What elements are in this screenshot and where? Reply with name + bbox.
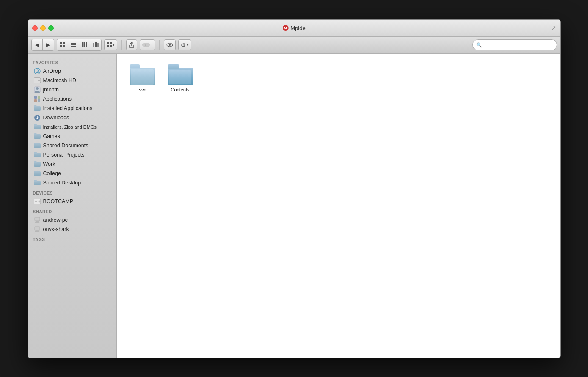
shared-label: SHARED — [28, 206, 116, 215]
column-view-button[interactable] — [79, 39, 90, 50]
folder-icon-svn — [130, 64, 155, 85]
sidebar-item-label: andrew-pc — [43, 217, 68, 223]
sidebar-item-college[interactable]: College — [29, 169, 116, 178]
sidebar-item-personal-projects[interactable]: Personal Projects — [29, 150, 116, 160]
svg-rect-38 — [35, 217, 40, 221]
svg-rect-31 — [38, 99, 40, 102]
svg-rect-5 — [71, 44, 76, 45]
svg-rect-11 — [95, 42, 97, 47]
sidebar-item-label: Installers, Zips and DMGs — [43, 124, 97, 129]
svg-rect-28 — [34, 96, 37, 99]
minimize-button[interactable] — [40, 25, 46, 31]
close-button[interactable] — [32, 25, 38, 31]
user-icon — [34, 86, 41, 93]
devices-label: DEVICES — [28, 187, 116, 197]
drive-icon — [34, 198, 41, 205]
svg-rect-42 — [36, 230, 39, 231]
maximize-button[interactable] — [48, 25, 54, 31]
sidebar-item-label: AirDrop — [43, 68, 61, 74]
sidebar-item-installers[interactable]: Installers, Zips and DMGs — [29, 122, 116, 132]
sidebar-item-label: Games — [43, 133, 60, 139]
favorites-label: FAVORITES — [28, 57, 116, 66]
sidebar-item-label: onyx-shark — [43, 226, 69, 232]
sidebar-item-shared-documents[interactable]: Shared Documents — [29, 141, 116, 150]
app-icon: M — [282, 25, 288, 31]
svg-rect-0 — [60, 42, 62, 44]
list-view-button[interactable] — [68, 39, 79, 50]
svg-rect-7 — [82, 42, 83, 47]
finder-window: M Mpide ⤢ ◀ ▶ — [28, 19, 561, 358]
file-label-svn: .svn — [138, 87, 146, 92]
window-title: M Mpide — [282, 25, 305, 31]
icon-view-button[interactable] — [57, 39, 68, 50]
eye-button[interactable] — [164, 39, 176, 50]
sidebar-item-games[interactable]: Games — [29, 132, 116, 141]
svg-rect-40 — [35, 222, 39, 223]
svg-rect-41 — [35, 227, 40, 230]
svg-rect-3 — [63, 45, 65, 47]
svg-rect-18 — [145, 44, 149, 46]
sidebar-item-label: Installed Applications — [43, 105, 93, 111]
folder-icon — [34, 179, 41, 186]
svg-rect-6 — [71, 46, 76, 47]
search-box[interactable]: 🔍 — [472, 39, 557, 50]
title-bar: M Mpide ⤢ — [28, 20, 560, 37]
back-button[interactable]: ◀ — [32, 39, 43, 50]
sidebar-item-jmonth[interactable]: jmonth — [29, 85, 116, 94]
svg-point-27 — [36, 87, 39, 90]
folder-icon — [34, 133, 41, 140]
folder-icon — [34, 105, 41, 112]
svg-rect-36 — [35, 201, 38, 201]
sidebar-item-macintosh-hd[interactable]: Macintosh HD — [29, 76, 116, 85]
file-item-svn[interactable]: .svn — [125, 62, 159, 94]
folder-icon — [34, 170, 41, 177]
file-label-contents: Contents — [171, 87, 189, 92]
sidebar-item-airdrop[interactable]: AirDrop — [29, 66, 116, 76]
sidebar-item-downloads[interactable]: Downloads — [29, 113, 116, 122]
toolbar-separator-1 — [121, 40, 122, 50]
sidebar-item-label: Personal Projects — [43, 152, 85, 158]
svg-rect-9 — [86, 42, 87, 47]
svg-rect-37 — [35, 201, 37, 202]
coverflow-view-button[interactable] — [90, 39, 101, 50]
sidebar-item-shared-desktop[interactable]: Shared Desktop — [29, 178, 116, 187]
tag-button[interactable] — [140, 39, 155, 50]
svg-rect-14 — [110, 42, 112, 44]
sidebar-item-label: Macintosh HD — [43, 77, 77, 83]
folder-icon-contents — [168, 64, 193, 85]
svg-rect-4 — [71, 43, 76, 44]
forward-button[interactable]: ▶ — [43, 39, 54, 50]
sidebar-item-bootcamp[interactable]: BOOTCAMP — [29, 197, 116, 206]
sidebar-item-work[interactable]: Work — [29, 160, 116, 169]
network-icon — [34, 226, 41, 233]
svg-point-25 — [38, 80, 40, 81]
resize-button[interactable]: ⤢ — [551, 24, 556, 32]
downloads-icon — [34, 114, 41, 121]
svg-rect-15 — [107, 45, 109, 47]
grid-view-button[interactable]: ▾ — [104, 39, 117, 50]
sidebar-item-applications[interactable]: Applications — [29, 94, 116, 104]
nav-buttons: ◀ ▶ — [31, 39, 54, 51]
action-button[interactable]: ⚙ ▾ — [178, 39, 191, 50]
svg-rect-39 — [36, 221, 39, 222]
tags-label: TAGS — [28, 234, 116, 243]
toolbar: ◀ ▶ — [28, 37, 560, 54]
svg-rect-30 — [34, 99, 37, 102]
sidebar-item-label: BOOTCAMP — [43, 198, 74, 204]
sidebar-item-andrew-pc[interactable]: andrew-pc — [29, 215, 116, 225]
search-input[interactable] — [484, 42, 553, 48]
search-icon: 🔍 — [476, 42, 482, 48]
svg-rect-1 — [63, 42, 65, 44]
sidebar-item-label: College — [43, 171, 61, 176]
svg-rect-16 — [110, 45, 112, 47]
sidebar-item-label: Applications — [43, 96, 72, 102]
sidebar-item-label: Work — [43, 161, 55, 167]
sidebar-item-onyx-shark[interactable]: onyx-shark — [29, 225, 116, 234]
file-item-contents[interactable]: Contents — [163, 62, 197, 94]
svg-rect-29 — [38, 96, 40, 99]
share-button[interactable] — [126, 39, 137, 50]
folder-icon — [34, 142, 41, 149]
sidebar-item-installed-applications[interactable]: Installed Applications — [29, 104, 116, 113]
view-buttons — [57, 39, 102, 51]
svg-point-20 — [169, 44, 171, 46]
